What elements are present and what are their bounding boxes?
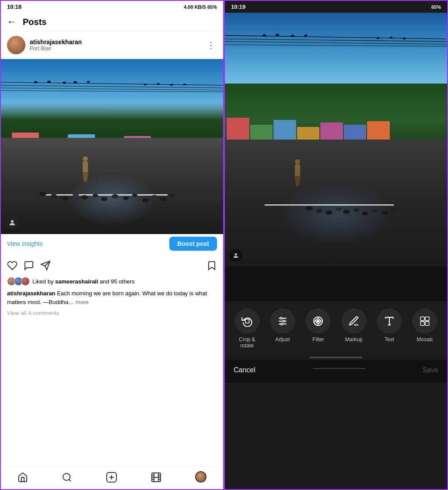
crop-rotate-tool[interactable]: Crop &rotate (234, 308, 260, 349)
nav-profile-button[interactable] (195, 471, 206, 483)
svg-point-61 (390, 37, 393, 38)
view-comments-link[interactable]: View all 4 comments (1, 309, 223, 320)
pigeons (34, 176, 190, 203)
divider (313, 368, 365, 369)
svg-point-24 (61, 196, 68, 200)
share-button[interactable] (40, 259, 51, 271)
svg-point-76 (336, 207, 342, 211)
svg-rect-98 (421, 322, 425, 326)
svg-point-4 (34, 81, 38, 84)
edit-user-icon-overlay[interactable] (229, 249, 242, 262)
edit-bottom-bar: Cancel Save (225, 360, 447, 383)
svg-point-28 (101, 197, 107, 201)
nav-search-button[interactable] (62, 471, 72, 483)
adjust-tool[interactable]: Adjust (270, 308, 295, 343)
svg-point-80 (371, 209, 378, 213)
nav-reels-button[interactable] (151, 471, 161, 483)
svg-point-75 (326, 210, 332, 215)
svg-line-1 (1, 85, 223, 88)
svg-point-27 (93, 194, 98, 197)
svg-point-88 (280, 317, 282, 319)
svg-point-59 (304, 35, 308, 36)
svg-point-33 (151, 195, 158, 199)
svg-point-93 (317, 320, 319, 322)
svg-line-54 (225, 42, 447, 44)
svg-point-12 (183, 84, 186, 85)
likes-text: Liked by sameerashairali and 95 others (32, 278, 134, 285)
svg-point-57 (276, 34, 279, 36)
svg-point-9 (144, 84, 147, 85)
svg-point-73 (306, 206, 313, 210)
svg-line-53 (225, 39, 447, 42)
svg-point-22 (39, 192, 46, 196)
svg-point-81 (382, 211, 388, 214)
boost-post-button[interactable]: Boost post (169, 237, 217, 251)
edit-person (291, 158, 304, 196)
filter-label: Filter (312, 336, 324, 343)
right-panel: 10:19 65% (224, 0, 448, 490)
svg-rect-99 (425, 322, 429, 326)
text-label: Text (385, 336, 394, 343)
mosaic-tool[interactable]: Mosaic (412, 308, 438, 343)
view-insights-link[interactable]: View insights (7, 240, 42, 247)
svg-point-30 (123, 196, 129, 200)
user-info: atishrajasekharan Port Blair (30, 38, 205, 52)
power-lines (1, 80, 223, 89)
user-icon-overlay[interactable] (5, 216, 19, 230)
svg-point-36 (11, 220, 14, 223)
svg-point-74 (316, 209, 322, 213)
text-tool[interactable]: Text (377, 308, 402, 343)
post-caption: atishrajasekharan Each morning we are bo… (1, 287, 223, 309)
caption-more[interactable]: more (76, 299, 89, 305)
svg-line-52 (225, 35, 447, 39)
nav-add-button[interactable] (106, 471, 117, 483)
post-image (1, 59, 223, 234)
svg-point-56 (262, 35, 266, 37)
svg-line-0 (1, 82, 223, 85)
post-username[interactable]: atishrajasekharan (30, 38, 205, 46)
svg-point-39 (63, 473, 70, 480)
svg-point-31 (132, 193, 137, 197)
mosaic-icon (412, 308, 438, 334)
caption-username[interactable]: atishrajasekharan (7, 290, 56, 297)
filter-tool[interactable]: Filter (305, 308, 331, 343)
svg-point-32 (142, 198, 149, 203)
svg-point-26 (81, 195, 88, 200)
markup-tool[interactable]: Markup (341, 308, 367, 343)
like-button[interactable] (7, 259, 18, 271)
crop-rotate-label: Crop &rotate (239, 336, 255, 349)
back-button[interactable]: ← (7, 16, 17, 28)
status-icons-right: 65% (431, 4, 441, 10)
bookmark-button[interactable] (206, 259, 217, 271)
save-button[interactable]: Save (423, 366, 438, 374)
svg-line-2 (1, 88, 223, 90)
adjust-icon (270, 308, 295, 334)
svg-point-34 (161, 197, 166, 201)
svg-point-35 (169, 193, 175, 198)
svg-point-62 (403, 38, 406, 39)
svg-point-8 (87, 81, 90, 83)
svg-point-6 (63, 82, 66, 84)
markup-icon (341, 308, 367, 334)
svg-point-58 (291, 35, 294, 37)
comment-button[interactable] (24, 259, 34, 271)
svg-point-7 (74, 81, 77, 84)
svg-point-89 (283, 320, 285, 322)
svg-line-40 (69, 480, 71, 481)
svg-point-25 (73, 193, 79, 196)
svg-point-69 (295, 159, 300, 164)
edit-pigeons (303, 192, 436, 216)
cancel-button[interactable]: Cancel (234, 366, 256, 374)
user-row: atishrajasekharan Port Blair ⋮ (1, 32, 223, 59)
status-bar-left: 10:18 4.00 KB/S 65% (1, 1, 223, 13)
avatar[interactable] (7, 36, 25, 54)
svg-rect-96 (421, 317, 425, 321)
text-icon (377, 308, 402, 334)
page-title: Posts (23, 17, 46, 27)
svg-point-79 (362, 212, 368, 216)
filter-icon (305, 308, 331, 334)
status-time-left: 10:18 (7, 4, 21, 10)
mosaic-label: Mosaic (416, 336, 433, 343)
nav-home-button[interactable] (18, 471, 28, 483)
more-options-button[interactable]: ⋮ (205, 38, 217, 52)
